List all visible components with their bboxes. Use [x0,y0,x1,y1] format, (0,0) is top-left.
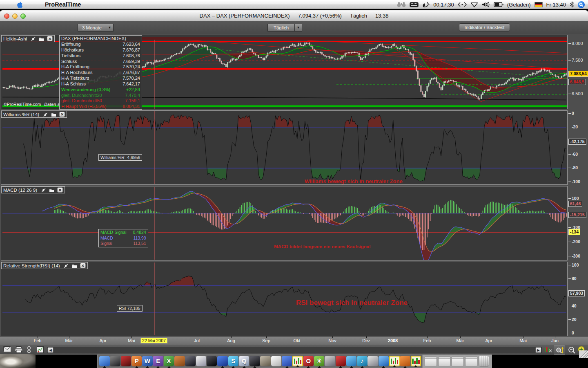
zoom-out-icon[interactable] [568,346,577,354]
close-icon[interactable]: ✕ [59,112,65,117]
bluetooth-icon[interactable] [570,1,574,8]
wrench-icon[interactable] [64,263,69,268]
scale-label: 80 [572,276,577,281]
updown-arrows-icon[interactable] [458,2,467,7]
month-label: Sep [262,338,270,343]
trash-icon[interactable] [479,356,489,367]
german-flag-icon[interactable] [535,2,543,7]
scroll-right-button[interactable]: ▶ [535,347,541,353]
horizontal-scrollbar[interactable]: ◀ ▶ [47,347,542,353]
dock-icon-ink-jar[interactable] [185,356,196,366]
period-dropdown-arrow-icon[interactable]: ▼ [294,24,302,31]
dock-icon-photo-app[interactable] [110,356,120,366]
dock-icon-prorealtime-1[interactable] [292,356,303,366]
battery-status-label[interactable]: (Geladen) [507,2,531,8]
apple-menu-icon[interactable] [16,1,23,8]
wrench-icon[interactable] [41,187,46,193]
dock-icon-photos[interactable] [260,356,271,366]
scale-label: 8.000 [572,41,583,46]
dock-icon-powerpoint[interactable]: P [131,356,142,366]
spotlight-icon[interactable] [578,1,585,8]
dock-icon-keynote[interactable] [174,356,185,366]
williams-panel[interactable]: Williams %R (14) ✕ Williams %R -4,6956 W… [1,110,568,185]
dock-minimized-window[interactable] [438,357,450,366]
battery-icon[interactable] [494,2,503,7]
period-dropdown[interactable]: Täglich ▼ [267,24,302,31]
dock-icon-safari[interactable] [379,356,389,366]
dock-icon-prorealtime-3[interactable] [411,356,421,366]
dock-icon-acrobat[interactable] [336,356,346,366]
dock-icon-excel[interactable]: X [164,356,174,366]
dock-icon-icq[interactable]: ✳ [314,356,325,366]
price-panel-title: Heikin-Ashi [3,36,27,41]
pages-icon[interactable] [27,346,31,353]
zoom-window-button[interactable] [20,13,26,19]
macd-panel[interactable]: MACD (12 26 9) ✕ MACD-Signal0,4824MACD11… [1,186,568,260]
wrench-icon[interactable] [31,36,36,41]
wrench-icon[interactable] [43,112,48,117]
chart-grid-icon[interactable] [37,346,44,353]
price-panel[interactable]: Heikin-Ashi ✕ DAX (PERFORMANCEINDEX) Erö… [1,35,568,109]
zoom-vertical-button[interactable] [554,346,565,355]
dock-minimized-window[interactable] [465,357,477,366]
info-row: Wertveränderung (0,3%)+22,84 [60,87,142,93]
scale-tick [568,227,571,228]
period-dropdown-label[interactable]: Täglich [267,24,294,31]
dock-icon-ichat[interactable] [346,356,357,366]
range-dropdown-arrow-icon[interactable]: ▼ [106,24,114,31]
dock-icon-frontrow[interactable] [368,356,378,366]
folder-icon[interactable] [72,263,77,268]
time-axis[interactable]: FebMärAprMaiJulAugSepOktNovDez2008FebMär… [0,336,588,345]
dock-icon-dvd-player[interactable] [121,356,131,366]
dock-icon-quicktime[interactable]: Q [239,356,249,366]
dock-icon-finder[interactable] [99,356,110,366]
dock-icon-entourage[interactable]: E [153,356,163,366]
folder-icon[interactable] [39,36,44,41]
volume-icon[interactable] [482,2,490,7]
menu-clock[interactable]: Fr 13:40 [546,2,566,8]
scale-label: -200 [572,239,580,244]
resize-grip[interactable] [579,350,588,358]
dock-icon-vlc[interactable] [400,356,410,366]
menu-app-name[interactable]: ProRealTime [45,1,81,8]
keyboard-icon[interactable] [410,2,419,7]
dock-icon-browser-globe[interactable] [249,356,260,366]
dock-icon-skype[interactable]: S [228,356,239,366]
chart-zoom-icon[interactable] [544,346,552,353]
rsi-panel[interactable]: Relative Strength(RSI) (14) ✕ RSI 72,185… [1,262,568,336]
dock-icon-opera[interactable]: O [303,356,314,366]
close-icon[interactable]: ✕ [80,263,86,268]
binoculars-icon[interactable] [397,2,406,7]
call-timer[interactable]: 00:17:30 [433,2,454,8]
range-dropdown[interactable]: 3 Monate ▼ [78,24,114,31]
macd-chart[interactable] [1,186,567,260]
phone-icon[interactable] [422,2,430,8]
scroll-left-button[interactable]: ◀ [47,347,53,353]
scale-tick [568,154,571,155]
close-window-button[interactable] [4,13,9,19]
dock-minimized-window[interactable] [452,357,464,366]
folder-icon[interactable] [51,112,56,117]
range-dropdown-label[interactable]: 3 Monate [78,24,106,31]
dock-icon-textedit[interactable] [271,356,282,366]
dock-icon-hp-utility[interactable] [217,356,228,366]
airport-icon[interactable] [470,2,478,7]
indicator-backtest-button[interactable]: Indikator / Backtest [459,23,510,31]
dock-minimized-window[interactable] [425,357,437,366]
rsi-chart[interactable] [1,262,567,336]
dock-icon-word[interactable]: W [142,356,153,366]
close-icon[interactable]: ✕ [57,187,63,193]
dock-icon-printer[interactable] [325,356,335,366]
folder-icon[interactable] [49,187,54,193]
dock-icon-itunes[interactable]: ♪ [357,356,368,366]
williams-chart[interactable] [1,111,567,184]
dock-icon-tuxedo[interactable] [207,356,217,366]
dock-icon-chart-app[interactable] [196,356,207,366]
window-title-bar[interactable]: DAX – DAX (PERFORMANCEINDEX) 7.094,37 (+… [0,10,588,21]
dock-icon-prorealtime-2[interactable] [389,356,400,366]
dock-icon-bluetooth[interactable] [282,356,292,366]
print-icon[interactable] [15,346,23,353]
close-icon[interactable]: ✕ [47,36,53,41]
minimize-window-button[interactable] [12,13,18,19]
mail-icon[interactable] [3,346,11,352]
